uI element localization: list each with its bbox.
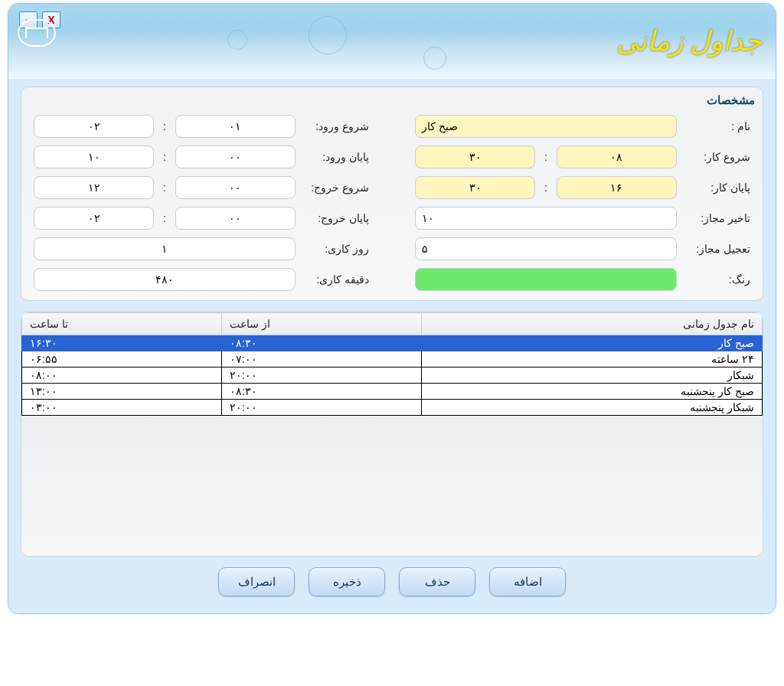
app-logo-icon xyxy=(18,19,56,47)
colon-icon: : xyxy=(541,151,550,163)
work-minutes-field[interactable]: ۴۸۰ xyxy=(34,268,296,291)
save-button[interactable]: ذخیره xyxy=(309,567,385,596)
allowed-early-field[interactable]: ۵ xyxy=(415,237,677,260)
title-bar: X – جداول زمانی xyxy=(8,4,776,79)
delete-button[interactable]: حذف xyxy=(399,567,475,596)
entry-end-m[interactable]: ۱۰ xyxy=(34,145,154,168)
grid-panel: نام جدول زمانی از ساعت تا ساعت صبح کار۰۸… xyxy=(21,312,763,557)
work-start-m[interactable]: ۳۰ xyxy=(415,145,535,168)
cancel-button[interactable]: انصراف xyxy=(218,567,295,596)
cell-from: ۲۰:۰۰ xyxy=(222,368,422,384)
window-title: جداول زمانی xyxy=(616,25,762,57)
grid-empty-area xyxy=(21,416,763,556)
action-bar: اضافه حذف ذخیره انصراف xyxy=(21,557,763,599)
cell-from: ۰۷:۰۰ xyxy=(222,351,422,368)
label-work-end: پایان کار: xyxy=(681,181,750,194)
work-start-h[interactable]: ۰۸ xyxy=(557,145,677,168)
exit-start-m[interactable]: ۱۲ xyxy=(34,176,154,199)
colon-icon: : xyxy=(541,181,550,194)
colon-icon: : xyxy=(160,181,169,194)
label-allowed-delay: تاخیر مجاز: xyxy=(681,212,750,224)
add-button[interactable]: اضافه xyxy=(489,567,566,596)
cell-from: ۲۰:۰۰ xyxy=(222,400,422,416)
allowed-delay-field[interactable]: ۱۰ xyxy=(415,207,677,230)
cell-to: ۰۳:۰۰ xyxy=(22,400,222,416)
schedule-table[interactable]: نام جدول زمانی از ساعت تا ساعت صبح کار۰۸… xyxy=(21,312,763,416)
cell-name: صبح کار پنجشنبه xyxy=(422,384,763,400)
col-name[interactable]: نام جدول زمانی xyxy=(422,313,763,335)
table-row[interactable]: ۲۴ ساعته۰۷:۰۰۰۶:۵۵ xyxy=(22,351,763,368)
work-end-m[interactable]: ۳۰ xyxy=(415,176,535,199)
table-row[interactable]: صبح کار۰۸:۳۰۱۶:۳۰ xyxy=(22,335,763,351)
label-work-start: شروع کار: xyxy=(681,151,750,163)
label-work-day: روز کاری: xyxy=(300,243,369,255)
entry-start-h[interactable]: ۰۱ xyxy=(175,115,296,138)
cell-name: ۲۴ ساعته xyxy=(422,351,763,368)
panel-title: مشخصات xyxy=(34,93,755,107)
colon-icon: : xyxy=(160,151,169,163)
entry-end-h[interactable]: ۰۰ xyxy=(175,145,296,168)
exit-end-h[interactable]: ۰۰ xyxy=(175,207,296,230)
cell-from: ۰۸:۳۰ xyxy=(222,335,422,351)
work-end-h[interactable]: ۱۶ xyxy=(557,176,677,199)
content-area: مشخصات نام : صبح کار شروع ورود: ۰۱ : ۰۲ xyxy=(8,79,776,613)
cell-to: ۰۶:۵۵ xyxy=(22,351,222,368)
colon-icon: : xyxy=(160,120,169,132)
exit-end-m[interactable]: ۰۲ xyxy=(34,207,154,230)
label-entry-end: پایان ورود: xyxy=(300,151,369,163)
label-color: رنگ: xyxy=(681,273,750,286)
label-exit-start: شروع خروج: xyxy=(300,181,369,194)
table-row[interactable]: شبکار۲۰:۰۰۰۸:۰۰ xyxy=(22,368,763,384)
label-exit-end: پایان خروج: xyxy=(300,212,369,224)
col-from[interactable]: از ساعت xyxy=(222,313,422,335)
exit-start-h[interactable]: ۰۰ xyxy=(175,176,296,199)
label-name: نام : xyxy=(681,120,750,132)
cell-name: شبکار xyxy=(422,368,763,384)
label-work-minutes: دقیقه کاری: xyxy=(300,273,369,286)
label-entry-start: شروع ورود: xyxy=(300,120,369,132)
work-day-field[interactable]: ۱ xyxy=(34,237,296,260)
cell-name: صبح کار xyxy=(422,335,763,351)
cell-to: ۱۶:۳۰ xyxy=(22,335,222,351)
name-field[interactable]: صبح کار xyxy=(415,115,677,138)
entry-start-m[interactable]: ۰۲ xyxy=(34,115,154,138)
col-to[interactable]: تا ساعت xyxy=(22,313,222,335)
table-row[interactable]: شبکار پنجشنبه۲۰:۰۰۰۳:۰۰ xyxy=(22,400,763,416)
cell-to: ۰۸:۰۰ xyxy=(22,368,222,384)
table-row[interactable]: صبح کار پنجشنبه۰۸:۳۰۱۳:۰۰ xyxy=(22,384,763,400)
details-panel: مشخصات نام : صبح کار شروع ورود: ۰۱ : ۰۲ xyxy=(21,87,763,301)
app-window: X – جداول زمانی مشخصات نام : صبح کار شرو… xyxy=(8,3,776,614)
cell-to: ۱۳:۰۰ xyxy=(22,384,222,400)
label-allowed-early: تعجیل مجاز: xyxy=(681,243,750,255)
colon-icon: : xyxy=(160,212,169,224)
cell-from: ۰۸:۳۰ xyxy=(222,384,422,400)
color-field[interactable] xyxy=(415,268,677,291)
cell-name: شبکار پنجشنبه xyxy=(422,400,763,416)
